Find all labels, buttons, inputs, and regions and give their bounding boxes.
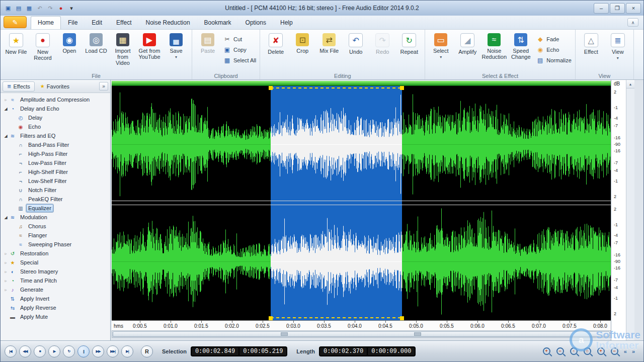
normalize-button[interactable]: ▤Normalize: [536, 56, 572, 64]
mix-file-button[interactable]: ⇄Mix File: [316, 31, 342, 54]
waveform-canvas[interactable]: [112, 86, 611, 320]
fast-forward-button[interactable]: ▶▶: [92, 345, 104, 357]
select-all-button[interactable]: ▦Select All: [223, 56, 256, 64]
print-icon[interactable]: ▤: [14, 4, 23, 13]
zoom-out-button[interactable]: −: [555, 346, 565, 356]
tree-item-stereo-imagery[interactable]: ▹◐Stereo Imagery: [1, 267, 110, 276]
tree-item-notch-filter[interactable]: ∪Notch Filter: [1, 186, 110, 195]
tab-effect[interactable]: Effect: [109, 16, 138, 29]
go-to-end-button[interactable]: ▶|: [121, 345, 133, 357]
tree-item-low-pass-filter[interactable]: ¬Low-Pass Filter: [1, 158, 110, 167]
scroll-right-button[interactable]: »: [631, 348, 635, 354]
new-record-button[interactable]: ●New Record: [30, 31, 56, 61]
zoom-to-selection-button[interactable]: ▫: [569, 346, 579, 356]
view-button[interactable]: ≣View▾: [605, 31, 631, 60]
panel-more-button[interactable]: »: [99, 82, 108, 90]
save-icon[interactable]: ▦: [25, 4, 34, 13]
tab-options[interactable]: Options: [238, 16, 273, 29]
undo-icon[interactable]: ↶: [35, 4, 44, 13]
delete-button[interactable]: ✘Delete: [263, 31, 289, 55]
collapsed-expander-icon[interactable]: ▹: [3, 288, 9, 292]
scrollbar-thumb[interactable]: [113, 331, 610, 337]
ribbon-collapse-button[interactable]: ∧: [627, 18, 638, 27]
tree-item-apply-invert[interactable]: ⇅Apply Invert: [1, 294, 110, 303]
scroll-left-button[interactable]: «: [623, 348, 627, 354]
crop-button[interactable]: ⊡Crop: [289, 31, 315, 54]
stop-button[interactable]: ■: [34, 345, 46, 357]
window-icon[interactable]: ▣: [4, 4, 13, 13]
tree-item-high-shelf-filter[interactable]: ⌐High-Shelf Filter: [1, 167, 110, 176]
tree-item-flanger[interactable]: ≈Flanger: [1, 231, 110, 240]
tree-item-filters-and-eq[interactable]: ◢≋Filters and EQ: [1, 131, 110, 140]
expanded-expander-icon[interactable]: ◢: [3, 215, 9, 220]
expanded-expander-icon[interactable]: ◢: [3, 134, 9, 138]
load-cd-button[interactable]: ◎Load CD: [83, 31, 109, 54]
zoom-vertical-out-button[interactable]: −: [610, 346, 619, 356]
save-button[interactable]: ▄Save▾: [163, 31, 189, 59]
tab-help[interactable]: Help: [273, 16, 300, 29]
record-button[interactable]: R: [141, 345, 153, 357]
import-from-video-button[interactable]: ▦Import from Video: [110, 31, 136, 66]
redo-icon[interactable]: ↷: [46, 4, 55, 13]
new-file-button[interactable]: ★New File: [3, 31, 29, 55]
undo-button[interactable]: ↶Undo: [343, 31, 369, 55]
overview-bar[interactable]: [112, 81, 611, 86]
go-to-start-button[interactable]: |◀: [5, 345, 17, 357]
tree-item-restoration[interactable]: ▹↺Restoration: [1, 249, 110, 258]
collapsed-expander-icon[interactable]: ▹: [3, 260, 9, 265]
panel-tab-favorites[interactable]: ★Favorites: [36, 81, 74, 92]
tab-bookmark[interactable]: Bookmark: [197, 16, 238, 29]
expanded-expander-icon[interactable]: ◢: [3, 107, 9, 111]
amplify-button[interactable]: ◢Amplify: [454, 31, 480, 55]
rewind-button[interactable]: ◀◀: [19, 345, 31, 357]
copy-button[interactable]: ▣Copy: [223, 46, 256, 53]
tree-item-apply-mute[interactable]: ▬Apply Mute: [1, 312, 110, 321]
get-from-youtube-button[interactable]: ▶Get from YouTube: [136, 31, 163, 60]
tree-item-generate[interactable]: ▹♪Generate: [1, 285, 110, 294]
tab-file[interactable]: File: [61, 16, 85, 29]
tree-item-echo[interactable]: ◉Echo: [1, 122, 110, 131]
select-button[interactable]: ▭Select▾: [428, 31, 454, 59]
tree-item-delay[interactable]: ◴Delay: [1, 113, 110, 122]
collapsed-expander-icon[interactable]: ▹: [3, 279, 9, 283]
zoom-in-button[interactable]: +: [542, 346, 551, 356]
tree-item-peakeq-filter[interactable]: ∩PeakEQ Filter: [1, 195, 110, 204]
tab-noise-reduction[interactable]: Noise Reduction: [139, 16, 197, 29]
tree-item-low-shelf-filter[interactable]: ¬Low-Shelf Filter: [1, 176, 110, 186]
vertical-scrollbar[interactable]: ▲: [626, 80, 634, 340]
customize-toolbar-icon[interactable]: ▾: [67, 4, 76, 13]
maximize-button[interactable]: ❐: [610, 3, 625, 14]
tree-item-delay-and-echo[interactable]: ◢◔Delay and Echo: [1, 104, 110, 113]
tree-item-high-pass-filter[interactable]: ⌐High-Pass Filter: [1, 149, 110, 158]
collapsed-expander-icon[interactable]: ▹: [3, 269, 9, 274]
zoom-vertical-in-button[interactable]: +: [596, 346, 606, 356]
tree-item-time-and-pitch[interactable]: ▹◔Time and Pitch: [1, 276, 110, 285]
open-button[interactable]: ◉Open: [56, 31, 83, 54]
tree-item-chorus[interactable]: ♫Chorus: [1, 222, 110, 231]
loop-button[interactable]: ↻: [63, 345, 75, 357]
tree-item-sweeping-phaser[interactable]: ≈Sweeping Phaser: [1, 240, 110, 249]
close-button[interactable]: ×: [626, 3, 641, 14]
collapsed-expander-icon[interactable]: ▹: [3, 251, 9, 256]
cut-button[interactable]: ✂Cut: [223, 35, 256, 43]
tree-item-modulation[interactable]: ◢≋Modulation: [1, 213, 110, 222]
play-to-end-button[interactable]: ▶▶|: [107, 345, 119, 357]
tab-home[interactable]: Home: [31, 16, 61, 29]
tree-item-special[interactable]: ▹★Special: [1, 258, 110, 267]
horizontal-scrollbar[interactable]: [112, 330, 611, 338]
panel-tab-effects[interactable]: ≣Effects: [3, 81, 35, 92]
effect-button[interactable]: △Effect: [578, 31, 604, 55]
speed-change-button[interactable]: ⇅Speed Change: [508, 31, 534, 60]
fade-button[interactable]: ◆Fade: [536, 35, 572, 43]
application-menu-button[interactable]: ✎: [4, 16, 27, 28]
tree-item-equalizer[interactable]: ▥Equalizer: [1, 204, 110, 213]
tree-item-band-pass-filter[interactable]: ∩Band-Pass Filter: [1, 140, 110, 149]
collapsed-expander-icon[interactable]: ▹: [3, 98, 9, 102]
tree-item-amplitude-and-compression[interactable]: ▹≈Amplitude and Compression: [1, 95, 110, 104]
echo-button[interactable]: ◉Echo: [536, 46, 572, 53]
play-button[interactable]: ▶: [48, 345, 60, 357]
minimize-button[interactable]: –: [594, 3, 609, 14]
repeat-button[interactable]: ↻Repeat: [396, 31, 422, 55]
noise-reduction-button[interactable]: ≈Noise Reduction: [481, 31, 507, 60]
record-icon[interactable]: ●: [56, 4, 65, 13]
